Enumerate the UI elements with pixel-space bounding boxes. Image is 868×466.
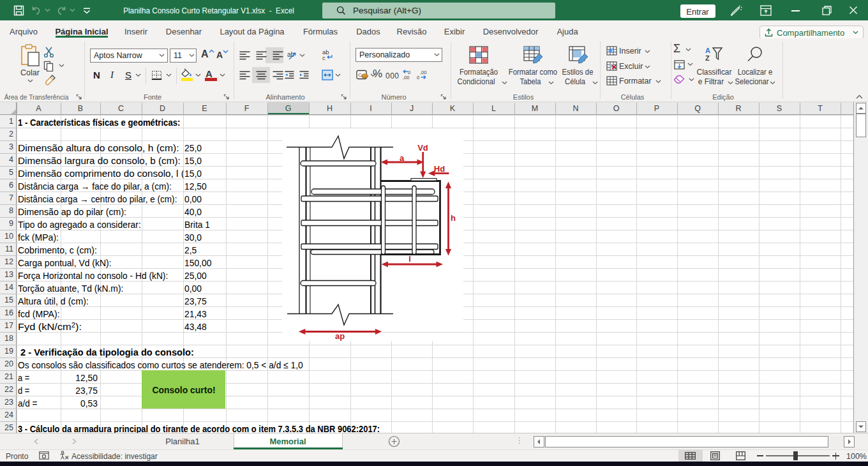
svg-text:ap: ap [335, 331, 345, 341]
svg-text:Vd: Vd [417, 143, 428, 153]
svg-text:Hd: Hd [434, 164, 445, 174]
svg-text:h: h [451, 213, 456, 223]
svg-text:a: a [400, 153, 405, 163]
svg-text:l: l [408, 254, 411, 264]
